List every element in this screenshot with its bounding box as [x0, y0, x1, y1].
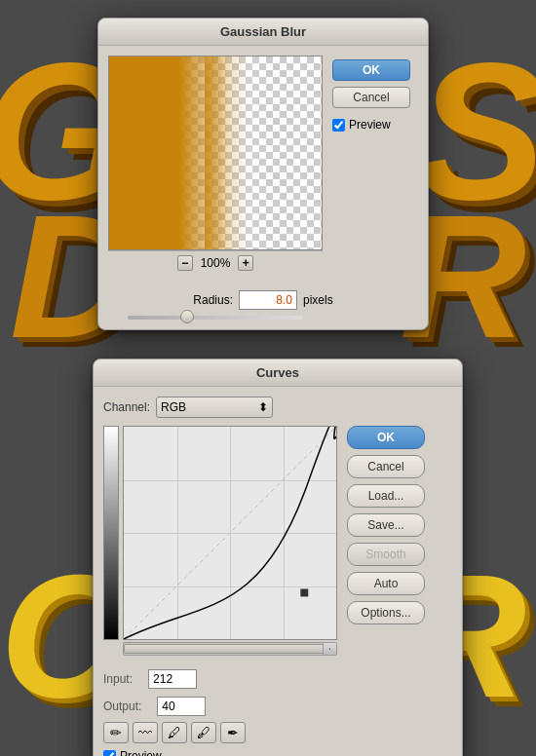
channel-select[interactable]: RGB ⬍	[156, 397, 273, 418]
gaussian-blur-titlebar: Gaussian Blur	[98, 19, 428, 46]
svg-rect-1	[300, 588, 308, 596]
curves-load-button[interactable]: Load...	[347, 484, 425, 508]
curves-titlebar: Curves	[94, 359, 462, 387]
gaussian-cancel-button[interactable]: Cancel	[332, 87, 410, 108]
scrollbar-thumb	[124, 644, 336, 654]
curves-svg	[124, 427, 336, 639]
curves-preview-label: Preview	[120, 749, 162, 756]
gaussian-blur-content: − 100% + OK Cancel Preview	[98, 46, 428, 284]
slider-row	[98, 316, 428, 329]
eyedropper-white-button[interactable]: ✒	[220, 722, 246, 743]
radius-row: Radius: pixels	[98, 284, 428, 316]
output-label: Output:	[103, 699, 141, 713]
radius-input[interactable]	[239, 290, 297, 310]
curves-auto-button[interactable]: Auto	[347, 572, 425, 595]
radius-label: Radius:	[193, 293, 233, 307]
curves-preview-checkbox[interactable]	[103, 750, 116, 757]
pixels-label: pixels	[303, 293, 333, 307]
eyedropper-row: ✏ 〰 🖊 🖋 ✒	[103, 722, 452, 743]
channel-row: Channel: RGB ⬍	[103, 397, 452, 418]
input-row: Input:	[103, 669, 452, 689]
radius-slider-thumb[interactable]	[180, 310, 194, 323]
eyedropper-smooth-button[interactable]: 〰	[133, 722, 158, 743]
curves-left-bottom: Input: Output: ✏ 〰 🖊 🖋 ✒	[103, 662, 452, 756]
channel-select-arrow: ⬍	[258, 400, 268, 414]
zoom-out-button[interactable]: −	[177, 255, 193, 271]
curves-scrollbar[interactable]: ⬝	[123, 642, 337, 656]
eyedropper-gray-button[interactable]: 🖋	[191, 722, 216, 743]
curves-main: ⬝ OK Cancel Load... Save... Smooth Auto …	[103, 426, 452, 656]
channel-value: RGB	[161, 400, 186, 414]
radius-slider-track[interactable]	[128, 316, 303, 320]
curves-smooth-button[interactable]: Smooth	[347, 543, 425, 566]
curves-save-button[interactable]: Save...	[347, 513, 425, 537]
channel-label: Channel:	[103, 400, 150, 414]
curves-bottom: Input: Output: ✏ 〰 🖊 🖋 ✒	[103, 662, 452, 756]
curves-options-button[interactable]: Options...	[347, 601, 425, 624]
curves-content: Channel: RGB ⬍	[94, 387, 462, 756]
zoom-in-button[interactable]: +	[238, 255, 253, 271]
svg-line-0	[124, 427, 336, 639]
eyedropper-black-button[interactable]: 🖊	[162, 722, 187, 743]
zoom-level: 100%	[201, 256, 231, 270]
gaussian-preview-row: Preview	[332, 118, 410, 132]
gaussian-blur-dialog: Gaussian Blur − 100% + OK Cancel Preview	[97, 18, 429, 330]
blur-fade	[205, 57, 268, 249]
eyedropper-pencil-button[interactable]: ✏	[103, 722, 129, 743]
curves-graph-container: ⬝	[123, 426, 337, 656]
input-label: Input:	[103, 672, 133, 686]
curves-graph[interactable]	[123, 426, 337, 640]
curves-dialog: Curves Channel: RGB ⬍	[93, 359, 463, 756]
curves-left-panel: ⬝	[103, 426, 337, 656]
curves-title: Curves	[256, 365, 299, 380]
zoom-row: − 100% +	[108, 250, 323, 275]
output-row: Output:	[103, 697, 452, 716]
gaussian-buttons: OK Cancel Preview	[332, 56, 410, 275]
input-field[interactable]	[148, 669, 197, 689]
output-field[interactable]	[157, 697, 206, 716]
preview-canvas	[108, 56, 323, 250]
gaussian-blur-title: Gaussian Blur	[220, 24, 306, 39]
gaussian-ok-button[interactable]: OK	[332, 59, 410, 81]
gradient-bar	[103, 426, 119, 640]
curves-preview-row: Preview	[103, 749, 452, 756]
gaussian-preview-checkbox[interactable]	[332, 119, 345, 132]
curves-buttons: OK Cancel Load... Save... Smooth Auto Op…	[347, 426, 425, 656]
curves-cancel-button[interactable]: Cancel	[347, 455, 425, 478]
curves-ok-button[interactable]: OK	[347, 426, 425, 449]
gaussian-preview-label: Preview	[349, 118, 391, 132]
scrollbar-arrow[interactable]: ⬝	[323, 643, 336, 655]
gaussian-preview-area: − 100% +	[108, 56, 323, 275]
